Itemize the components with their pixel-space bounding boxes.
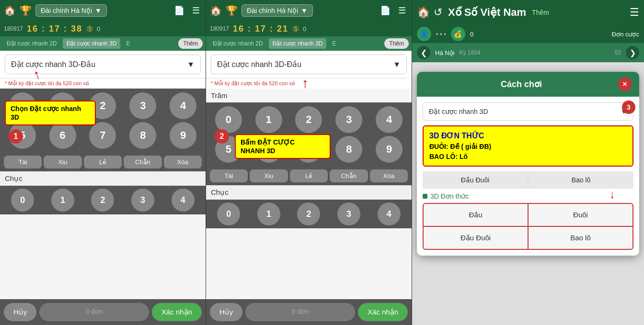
mini-btn-1-1[interactable]: 1 (51, 189, 74, 212)
btn-xoa-1[interactable]: Xóa (164, 156, 202, 168)
num-btn-4-2[interactable]: 4 (376, 106, 402, 133)
btn-xiu-2[interactable]: Xiu (250, 169, 288, 182)
dai-dropdown-2[interactable]: Đài chính Hà Nội ▼ (242, 4, 313, 17)
modal-title: Cách chơi (501, 79, 542, 90)
section-dot (423, 194, 427, 199)
section-label-text: 3D Đơn thức (430, 192, 469, 200)
bet-dropdown-2[interactable]: Đặt cược nhanh 3D-Đầu ▼ (211, 55, 407, 74)
coin-icon-2: ⑤ (292, 24, 299, 34)
dropdown-arrow-1: ▼ (95, 7, 102, 14)
num-btn-8-2[interactable]: 8 (335, 136, 362, 163)
xoso-menu-icon[interactable]: ☰ (630, 6, 639, 19)
btn-chan-1[interactable]: Chẵn (124, 156, 161, 168)
num-btn-9-1[interactable]: 9 (170, 122, 196, 149)
tab-them-1[interactable]: Thêm (178, 38, 203, 49)
doc-btn-1[interactable]: 📄 (172, 3, 186, 18)
menu-btn-1[interactable]: ☰ (190, 3, 202, 18)
don-cuoc-label-xoso[interactable]: Đơn cược (612, 31, 639, 38)
trophy-icon-1[interactable]: 🏆 (20, 5, 32, 16)
modal-grid-main: Đầu Đuôi Đầu Đuôi Bao lô (423, 203, 633, 250)
num-btn-3-2[interactable]: 3 (335, 106, 362, 133)
num-btn-4-1[interactable]: 4 (170, 92, 196, 119)
panel2-header: 🏠 🏆 Đài chính Hà Nội ▼ 📄 ☰ (206, 0, 412, 21)
grid-main-baolo[interactable]: Bao lô (529, 227, 632, 249)
xoso-home-icon[interactable]: 🏠 (417, 6, 430, 19)
num-btn-0-2[interactable]: 0 (215, 106, 242, 133)
tabs-row-2: Đặt cược nhanh 2D Đặt cược nhanh 3D E Th… (206, 36, 412, 51)
mini-btn-2-2[interactable]: 2 (297, 202, 320, 225)
balance-xoso: 0 (470, 31, 473, 38)
mini-btn-0-1[interactable]: 0 (11, 189, 34, 212)
btn-le-2[interactable]: Lẻ (290, 169, 328, 182)
nav-right-xoso[interactable]: ❯ (626, 46, 639, 59)
bet-dropdown-arrow-2: ▼ (393, 60, 401, 69)
tab-them-2[interactable]: Thêm (384, 38, 409, 49)
num-btn-8-1[interactable]: 8 (129, 122, 156, 149)
panel-2: 🏠 🏆 Đài chính Hà Nội ▼ 📄 ☰ 180917 16 : 1… (206, 0, 412, 325)
btn-xiu-1[interactable]: Xiu (44, 156, 81, 168)
tab-e-2[interactable]: E (328, 38, 340, 49)
grid-main-duoi[interactable]: Đuôi (529, 204, 632, 226)
xoso-them[interactable]: Thêm (532, 9, 549, 16)
modal-select[interactable]: Đặt cược nhanh 3D ▼ (423, 102, 633, 121)
grid-main-daudui[interactable]: Đầu Đuôi (424, 227, 528, 249)
mini-btn-3-2[interactable]: 3 (337, 202, 360, 225)
btn-le-1[interactable]: Lẻ (84, 156, 122, 168)
annotation-duoi: ĐUÔI: Đề ( giải ĐB) (429, 142, 627, 152)
mini-numpad-1: 0 1 2 3 4 (0, 186, 206, 214)
tab-2d-1[interactable]: Đặt cược nhanh 2D (3, 38, 61, 49)
dai-dropdown-1[interactable]: Đài chính Hà Nội ▼ (35, 4, 107, 17)
modal-header: Cách chơi × (417, 72, 639, 97)
num-btn-1-2[interactable]: 1 (255, 106, 282, 133)
btn-tai-2[interactable]: Tài (210, 169, 248, 182)
mini-btn-2-1[interactable]: 2 (91, 189, 114, 212)
modal-body: 3 Đặt cược nhanh 3D ▼ 3D ĐƠN THỨC ĐUÔI: … (417, 97, 639, 256)
timer-bar-2: 180917 16 : 17 : 21 ⑤ 0 (206, 21, 412, 36)
num-btn-7-1[interactable]: 7 (89, 122, 116, 149)
step-badge-2: 2 (215, 129, 229, 144)
btn-huy-2[interactable]: Hủy (210, 303, 242, 321)
mini-btn-3-1[interactable]: 3 (131, 189, 154, 212)
btn-huy-1[interactable]: Hủy (4, 303, 36, 321)
num-btn-6-1[interactable]: 6 (49, 122, 76, 149)
tab-2d-2[interactable]: Đặt cược nhanh 2D (209, 38, 267, 49)
grid-main-dau[interactable]: Đầu (424, 204, 528, 226)
trophy-icon-2[interactable]: 🏆 (226, 5, 238, 16)
home-icon-2[interactable]: 🏠 (210, 5, 222, 16)
home-icon-1[interactable]: 🏠 (4, 5, 16, 16)
panel-1: 🏠 🏆 Đài chính Hà Nội ▼ 📄 ☰ 180917 16 : 1… (0, 0, 206, 325)
num-btn-3-1[interactable]: 3 (129, 92, 156, 119)
mini-btn-1-2[interactable]: 1 (257, 202, 280, 225)
num-btn-9-2[interactable]: 9 (376, 136, 402, 163)
btn-xacnhan-1[interactable]: Xác nhận (152, 303, 202, 321)
dai-label-2: Đài chính Hà Nội (247, 7, 298, 14)
doc-btn-2[interactable]: 📄 (378, 3, 392, 18)
grid-top-daudui[interactable]: Đầu Đuôi (423, 171, 528, 189)
btn-tai-1[interactable]: Tài (4, 156, 42, 168)
xoso-main-row: ❮ Hà Nội Kỳ 1804 52 ❯ (412, 43, 644, 62)
chuc-label-2: Chục (206, 185, 412, 200)
mini-btn-4-2[interactable]: 4 (378, 202, 401, 225)
btn-xacnhan-2[interactable]: Xác nhận (358, 303, 408, 321)
time-1: 16 : 17 : 38 (27, 24, 82, 34)
xoso-refresh-icon[interactable]: ↺ (434, 6, 442, 19)
btn-chan-2[interactable]: Chẵn (330, 169, 368, 182)
modal-close-btn[interactable]: × (618, 78, 632, 91)
time-2: 16 : 17 : 21 (233, 24, 288, 34)
mini-btn-4-1[interactable]: 4 (172, 189, 195, 212)
btn-don-2: 0 đơn (245, 303, 355, 321)
modal-grid-top: Đầu Đuôi Bao lô (423, 171, 633, 189)
tab-e-1[interactable]: E (122, 38, 134, 49)
xoso-content-area: Cách chơi × 3 Đặt cược nhanh 3D ▼ 3D ĐƠN… (412, 62, 644, 325)
num-btn-2-2[interactable]: 2 (295, 106, 322, 133)
menu-btn-2[interactable]: ☰ (396, 3, 408, 18)
arrow-down-modal: ↓ (610, 188, 615, 201)
dropdown-arrow-2: ▼ (301, 7, 308, 14)
mini-btn-0-2[interactable]: 0 (217, 202, 240, 225)
grid-top-baolo[interactable]: Bao lô (529, 171, 633, 189)
step-badge-1: 1 (9, 129, 23, 144)
tab-3d-1[interactable]: Đặt cược nhanh 3D (63, 38, 121, 49)
tab-3d-2[interactable]: Đặt cược nhanh 3D (269, 38, 327, 49)
btn-xoa-2[interactable]: Xóa (370, 169, 408, 182)
nav-left-xoso[interactable]: ❮ (417, 46, 430, 59)
